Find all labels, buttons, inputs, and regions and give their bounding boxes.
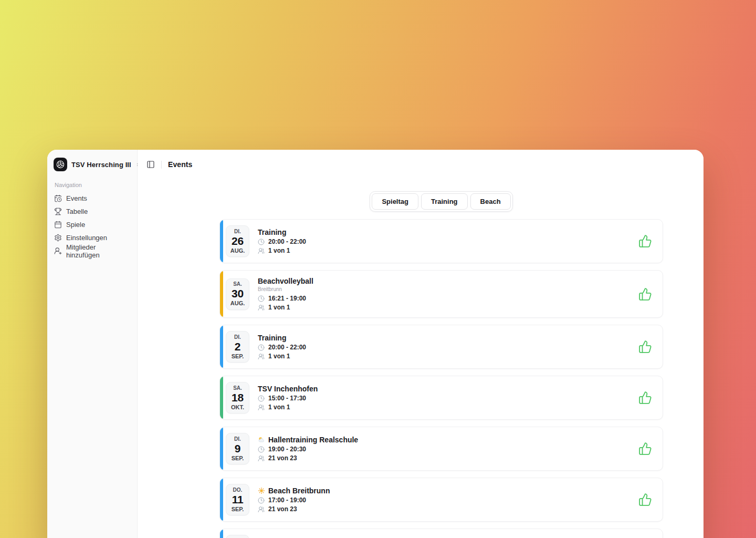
event-card[interactable]: DI. 26 AUG. Training 20:00 - 22:00 1: [219, 219, 663, 263]
thumbs-up-button[interactable]: [638, 493, 652, 506]
event-day: 9: [235, 442, 240, 455]
event-attendance-row: 21 von 23: [258, 505, 330, 513]
event-time: 19:00 - 20:30: [268, 445, 306, 453]
sidebar-toggle-icon[interactable]: [146, 160, 155, 169]
event-accent-bar: [220, 478, 223, 521]
event-day: 18: [232, 391, 244, 404]
event-accent-bar: [220, 529, 223, 538]
event-attendance: 1 von 1: [268, 352, 290, 360]
team-name: TSV Herrsching III: [71, 161, 131, 169]
sidebar-item-events[interactable]: Events: [54, 192, 131, 205]
event-info: Training 20:00 - 22:00 1 von 1: [258, 227, 306, 255]
sidebar-item-einstellungen[interactable]: Einstellungen: [54, 231, 131, 244]
volleyball-logo-icon: [54, 158, 67, 171]
event-card[interactable]: DI. 9 SEP. Hallentraining Realschule 19:…: [219, 427, 663, 471]
event-card[interactable]: DO. 11 Hallentraining Realschule 19:00 -…: [219, 529, 663, 538]
event-accent-bar: [220, 376, 223, 419]
thumbs-up-button[interactable]: [638, 391, 652, 405]
event-date-box: DI. 9 SEP.: [226, 433, 249, 464]
event-accent-bar: [220, 325, 223, 368]
event-attendance-row: 1 von 1: [258, 246, 306, 255]
page-title: Events: [168, 160, 193, 169]
event-date-box: DO. 11: [226, 535, 249, 538]
users-icon: [258, 247, 265, 254]
event-info: Beach Breitbrunn 17:00 - 19:00 21 von 23: [258, 486, 330, 513]
thumbs-up-button[interactable]: [638, 442, 652, 456]
trophy-icon: [54, 208, 62, 215]
sun-behind-cloud-icon: [258, 436, 265, 443]
event-weekday: DI.: [234, 334, 241, 340]
event-title: Training: [258, 227, 286, 237]
users-icon: [258, 455, 265, 462]
filter-button-training[interactable]: Training: [421, 193, 468, 210]
event-attendance: 1 von 1: [268, 246, 290, 255]
gear-icon: [54, 234, 62, 242]
event-info: Training 20:00 - 22:00 1 von 1: [258, 333, 306, 360]
event-date-box: SA. 30 AUG.: [226, 278, 249, 310]
team-switcher[interactable]: TSV Herrsching III: [54, 157, 131, 172]
sidebar-item-spiele[interactable]: Spiele: [54, 218, 131, 231]
event-date-box: DO. 11 SEP.: [226, 484, 249, 515]
event-attendance-row: 1 von 1: [258, 352, 306, 360]
users-icon: [258, 353, 265, 360]
event-attendance-row: 1 von 1: [258, 403, 318, 411]
event-time: 16:21 - 19:00: [268, 294, 306, 303]
event-list: DI. 26 AUG. Training 20:00 - 22:00 1: [219, 219, 663, 538]
event-card[interactable]: DO. 11 SEP. Beach Breitbrunn 17:00 - 19:…: [219, 478, 663, 522]
event-attendance: 1 von 1: [268, 303, 290, 312]
sun-icon: [258, 487, 265, 494]
event-month: SEP.: [232, 455, 244, 462]
event-title: Beach Breitbrunn: [268, 486, 330, 495]
event-info: TSV Inchenhofen 15:00 - 17:30 1 von 1: [258, 384, 318, 411]
event-day: 30: [232, 287, 244, 300]
event-weekday: DO.: [233, 487, 243, 493]
thumbs-up-button[interactable]: [638, 234, 652, 248]
header-divider: [161, 161, 162, 169]
event-month: SEP.: [232, 353, 244, 360]
event-month: SEP.: [232, 506, 244, 513]
sidebar-item-label: Events: [66, 194, 87, 202]
sidebar: TSV Herrsching III Navigation Events Tab…: [47, 150, 138, 538]
event-month: AUG.: [230, 300, 245, 307]
event-weekday: SA.: [233, 281, 242, 287]
event-weekday: DI.: [234, 436, 241, 442]
filter-button-spieltag[interactable]: Spieltag: [372, 193, 418, 210]
clock-icon: [258, 344, 265, 351]
nav-section-label: Navigation: [55, 182, 131, 188]
event-weekday: SA.: [233, 385, 242, 391]
event-card[interactable]: SA. 30 AUG. Beachvolleyball Breitbrunn 1…: [219, 270, 663, 318]
event-subtitle: Breitbrunn: [258, 286, 313, 293]
sidebar-item-mitglieder-hinzufuegen[interactable]: Mitglieder hinzufügen: [54, 244, 131, 257]
event-filter-group: Spieltag Training Beach: [370, 191, 512, 212]
event-attendance: 1 von 1: [268, 403, 290, 411]
thumbs-up-button[interactable]: [638, 287, 652, 301]
event-day: 11: [232, 493, 244, 506]
event-title: Training: [258, 333, 286, 343]
event-attendance: 21 von 23: [268, 454, 297, 462]
filter-button-beach[interactable]: Beach: [470, 193, 511, 210]
event-date-box: SA. 18 OKT.: [226, 382, 249, 413]
event-accent-bar: [220, 220, 223, 263]
event-title: Hallentraining Realschule: [268, 435, 358, 444]
clock-icon: [258, 295, 265, 302]
event-day: 26: [232, 235, 244, 247]
thumbs-up-button[interactable]: [638, 340, 652, 354]
event-attendance-row: 1 von 1: [258, 303, 313, 312]
event-card[interactable]: DI. 2 SEP. Training 20:00 - 22:00 1: [219, 325, 663, 369]
calendar-clock-icon: [54, 194, 62, 202]
event-title: Beachvolleyball: [258, 276, 313, 286]
sidebar-item-label: Spiele: [66, 221, 85, 229]
event-attendance-row: 21 von 23: [258, 454, 358, 462]
event-time-row: 19:00 - 20:30: [258, 445, 358, 453]
event-time-row: 17:00 - 19:00: [258, 496, 330, 504]
sidebar-item-tabelle[interactable]: Tabelle: [54, 205, 131, 218]
content-area: Spieltag Training Beach DI. 26 AUG. Trai…: [138, 179, 704, 538]
user-plus-icon: [54, 247, 62, 255]
event-day: 2: [235, 340, 240, 353]
event-date-box: DI. 2 SEP.: [226, 331, 249, 363]
event-card[interactable]: SA. 18 OKT. TSV Inchenhofen 15:00 - 17:3…: [219, 376, 663, 420]
event-time: 20:00 - 22:00: [268, 343, 306, 351]
event-time-row: 16:21 - 19:00: [258, 294, 313, 303]
event-time: 20:00 - 22:00: [268, 237, 306, 246]
event-attendance: 21 von 23: [268, 505, 297, 513]
